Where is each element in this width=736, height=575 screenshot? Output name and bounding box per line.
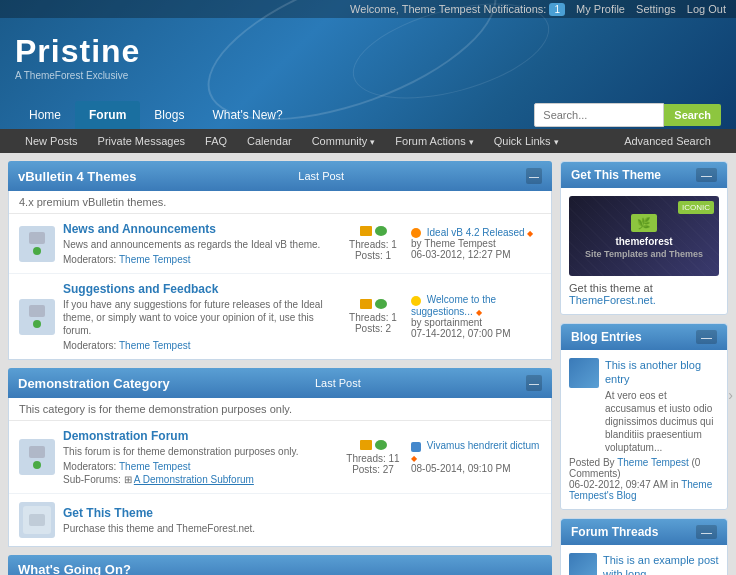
forum-threads-header: Forum Threads — (561, 519, 727, 545)
forum-info: Demonstration Forum This forum is for th… (63, 429, 335, 485)
threads-icon (360, 226, 372, 236)
blog-entries-header: Blog Entries — (561, 324, 727, 350)
subnav-private-messages[interactable]: Private Messages (88, 129, 195, 153)
demo-section-header: Demonstration Category Last Post — (8, 368, 552, 398)
vbulletin-collapse-btn[interactable]: — (526, 168, 542, 184)
forum-status-icon (19, 226, 55, 262)
blog-entries-title: Blog Entries (571, 330, 642, 344)
subnav-forum-actions[interactable]: Forum Actions ▾ (385, 129, 483, 153)
get-theme-collapse-btn[interactable]: — (696, 168, 717, 182)
tf-logo: 🌿 themeforest Site Templates and Themes (585, 214, 703, 259)
table-row: Demonstration Forum This forum is for th… (9, 421, 551, 494)
last-post-link[interactable]: Ideal vB 4.2 Released ◆ (427, 227, 534, 238)
forum-title-link[interactable]: Demonstration Forum (63, 429, 188, 443)
site-title: Pristine (15, 33, 721, 70)
status-dot-icon (33, 247, 41, 255)
tf-brand-icon: 🌿 (637, 217, 651, 229)
forum-stats: Threads: 1 Posts: 2 (343, 299, 403, 334)
whats-going-on-title: What's Going On? (18, 562, 542, 575)
last-post-date: 08-05-2014, 09:10 PM (411, 463, 541, 474)
quick-links-dropdown-icon: ▾ (554, 137, 559, 147)
forum-description: Purchase this theme and ThemeForest.net. (63, 522, 335, 535)
threads-icon (360, 299, 372, 309)
thread-content: This is an example post with long... Pos… (603, 553, 719, 575)
moderator-link[interactable]: Theme Tempest (119, 254, 191, 265)
themeforest-link[interactable]: ThemeForest.net. (569, 294, 656, 306)
table-row: Get This Theme Purchase this theme and T… (9, 494, 551, 546)
moderator-link[interactable]: Theme Tempest (119, 461, 191, 472)
forum-info: Suggestions and Feedback If you have any… (63, 282, 335, 351)
forum-title-link[interactable]: News and Announcements (63, 222, 216, 236)
last-post-icon (411, 442, 421, 452)
last-post-icon (411, 296, 421, 306)
forum-moderators: Moderators: Theme Tempest (63, 254, 335, 265)
nav-blogs[interactable]: Blogs (140, 101, 198, 129)
thread-title-link[interactable]: This is an example post with long... (603, 554, 719, 575)
nav-forum[interactable]: Forum (75, 101, 140, 129)
moderator-link[interactable]: Theme Tempest (119, 340, 191, 351)
forum-threads-title: Forum Threads (571, 525, 658, 539)
subforums: Sub-Forums: ⊞ A Demonstration Subforum (63, 474, 335, 485)
nav-home[interactable]: Home (15, 101, 75, 129)
my-profile-link[interactable]: My Profile (576, 3, 625, 15)
sidebar-expand-arrow[interactable]: › (728, 387, 733, 403)
forum-threads-collapse-btn[interactable]: — (696, 525, 717, 539)
subnav-calendar[interactable]: Calendar (237, 129, 302, 153)
table-row: Suggestions and Feedback If you have any… (9, 274, 551, 359)
logout-link[interactable]: Log Out (687, 3, 726, 15)
notifications-badge[interactable]: 1 (549, 3, 565, 16)
forum-stats: Threads: 1 Posts: 1 (343, 226, 403, 261)
advanced-search-link[interactable]: Advanced Search (614, 129, 721, 153)
last-post-link[interactable]: Welcome to the suggestions... ◆ (411, 294, 496, 316)
forum-threads-body: This is an example post with long... Pos… (561, 545, 727, 575)
blog-author-link[interactable]: Theme Tempest (617, 457, 689, 468)
list-item: This is an example post with long... Pos… (569, 553, 719, 575)
forum-title-link[interactable]: Get This Theme (63, 506, 153, 520)
subforum-link[interactable]: A Demonstration Subforum (134, 474, 254, 485)
thread-thumbnail (569, 553, 597, 575)
folder-icon (29, 446, 45, 458)
nav-whats-new[interactable]: What's New? (198, 101, 296, 129)
settings-link[interactable]: Settings (636, 3, 676, 15)
post-count: Posts: 27 (343, 464, 403, 475)
status-dot-icon (33, 320, 41, 328)
forum-info: Get This Theme Purchase this theme and T… (63, 506, 335, 535)
search-button[interactable]: Search (664, 104, 721, 126)
demo-collapse-btn[interactable]: — (526, 375, 542, 391)
get-theme-body: 🌿 themeforest Site Templates and Themes … (561, 188, 727, 314)
subnav-quick-links[interactable]: Quick Links ▾ (484, 129, 569, 153)
posts-icon (375, 226, 387, 236)
themeforest-image: 🌿 themeforest Site Templates and Themes … (569, 196, 719, 276)
last-post-link[interactable]: Vivamus hendrerit dictum ◆ (411, 440, 539, 462)
user-bar: Welcome, Theme Tempest Notifications: 1 … (0, 0, 736, 18)
last-post-date: 06-03-2012, 12:27 PM (411, 249, 541, 260)
get-theme-widget: Get This Theme — 🌿 themeforest Site Temp… (560, 161, 728, 315)
arrow-icon: ◆ (476, 308, 482, 317)
blog-entries-collapse-btn[interactable]: — (696, 330, 717, 344)
tf-brand-name: themeforest (585, 236, 703, 247)
demo-section-title: Demonstration Category (18, 376, 170, 391)
blog-entry-title[interactable]: This is another blog entry (605, 359, 701, 385)
main-container: vBulletin 4 Themes Last Post — 4.x premi… (0, 153, 736, 575)
search-input[interactable] (534, 103, 664, 127)
folder-icon (23, 506, 51, 534)
arrow-icon: ◆ (411, 454, 417, 463)
last-post-author: by Theme Tempest (411, 238, 541, 249)
thread-count: Threads: 1 (343, 312, 403, 323)
subnav-faq[interactable]: FAQ (195, 129, 237, 153)
post-count: Posts: 1 (343, 250, 403, 261)
vbulletin-last-post-label: Last Post (298, 170, 344, 182)
main-nav: Home Forum Blogs What's New? Search (0, 101, 736, 129)
vbulletin-section-body: 4.x premium vBulletin themes. News and A… (8, 191, 552, 360)
forum-description: If you have any suggestions for future r… (63, 298, 335, 337)
subnav-new-posts[interactable]: New Posts (15, 129, 88, 153)
vbulletin-section-header: vBulletin 4 Themes Last Post — (8, 161, 552, 191)
subnav-community[interactable]: Community ▾ (302, 129, 386, 153)
forum-title-link[interactable]: Suggestions and Feedback (63, 282, 218, 296)
blog-entry-text: At vero eos et accusamus et iusto odio d… (605, 389, 719, 454)
forum-moderators: Moderators: Theme Tempest (63, 461, 335, 472)
forum-status-icon (19, 299, 55, 335)
posts-icon (375, 440, 387, 450)
folder-icon (29, 305, 45, 317)
blog-entries-body: This is another blog entry At vero eos e… (561, 350, 727, 509)
